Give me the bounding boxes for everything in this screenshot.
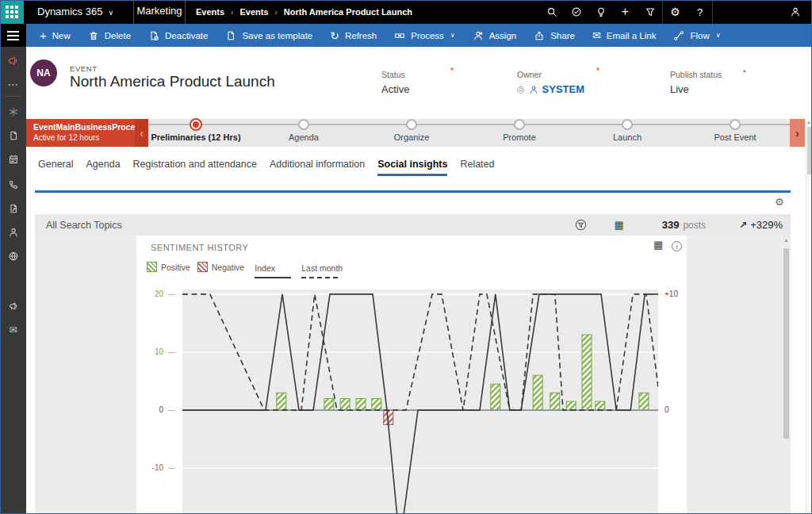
assign-icon — [473, 30, 484, 41]
command-process[interactable]: Process∨ — [385, 24, 463, 47]
check-circle-icon[interactable] — [564, 0, 588, 24]
search-icon[interactable] — [539, 0, 564, 24]
form-tabs: GeneralAgendaRegistration and attendance… — [38, 159, 495, 176]
process-icon — [394, 30, 405, 41]
bpf-stage-circle-2[interactable] — [298, 119, 309, 130]
command-deactivate[interactable]: Deactivate — [140, 24, 216, 47]
red-hatch-swatch — [197, 262, 208, 272]
command-delete[interactable]: Delete — [79, 24, 140, 47]
bpf-process-box[interactable]: EventMainBusinessProce... Active for 12 … — [26, 119, 135, 147]
command-new[interactable]: +New — [31, 24, 79, 47]
filter-icon[interactable] — [638, 0, 662, 24]
command-label: Assign — [489, 31, 517, 40]
chart-info-icon[interactable]: i — [672, 241, 682, 251]
command-save-as-template[interactable]: Save as template — [216, 24, 321, 47]
sidebar-marketing-app-icon[interactable] — [0, 53, 26, 67]
chevron-down-icon: ∨ — [716, 32, 721, 39]
bpf-stage-label[interactable]: Preliminaries (12 Hrs) — [151, 132, 240, 142]
sidebar-article-page-icon[interactable] — [0, 128, 26, 143]
panel-scrollbar[interactable]: ▲ — [783, 238, 790, 512]
bpf-stage-circle-1[interactable] — [190, 118, 202, 131]
app-launcher-waffle-icon[interactable] — [0, 0, 24, 24]
tab-agenda[interactable]: Agenda — [86, 159, 120, 174]
breadcrumb-item[interactable]: North America Product Launch — [284, 7, 412, 17]
top-navigation-bar: Dynamics 365∨ Marketing Events›Events›No… — [0, 0, 812, 24]
tab-additional-information[interactable]: Additional information — [270, 159, 365, 174]
page-icon — [225, 30, 236, 41]
product-switcher[interactable]: Dynamics 365∨ — [37, 0, 113, 24]
command-refresh[interactable]: ↻Refresh — [321, 24, 385, 47]
bpf-chevron-right-icon[interactable]: › — [790, 119, 805, 147]
command-share[interactable]: Share — [525, 24, 584, 47]
required-asterisk: * — [596, 67, 599, 75]
breadcrumb-item[interactable]: Events — [239, 7, 268, 17]
help-icon[interactable]: ? — [688, 0, 712, 24]
bpf-stage-label[interactable]: Launch — [613, 132, 642, 142]
filter-circle-icon[interactable] — [575, 219, 587, 231]
topbar-icons: +⚙? — [539, 0, 812, 24]
chart-title: SENTIMENT HISTORY — [151, 243, 248, 252]
bpf-process-name: EventMainBusinessProce... — [33, 122, 135, 132]
bpf-stage-track: Preliminaries (12 Hrs)AgendaOrganizeProm… — [148, 119, 790, 147]
breadcrumb-item[interactable]: Events — [196, 7, 224, 17]
sidebar-phone-icon[interactable] — [0, 178, 26, 192]
bpf-stage-label[interactable]: Post Event — [714, 132, 756, 142]
sidebar-nav: ⋯✉ — [0, 47, 26, 514]
command-label: Process — [411, 31, 444, 40]
y-axis-tick-label: 20 — [136, 290, 163, 298]
app-name[interactable]: Marketing — [133, 0, 186, 24]
sidebar-export-page-icon[interactable] — [0, 201, 26, 216]
command-assign[interactable]: Assign — [464, 24, 526, 47]
field-label: Status — [381, 70, 405, 79]
bpf-stage-label[interactable]: Agenda — [289, 132, 319, 142]
tab-general[interactable]: General — [38, 159, 73, 174]
bpf-stage-circle-5[interactable] — [622, 119, 633, 130]
sidebar-email-envelope-icon[interactable]: ✉ — [0, 323, 26, 337]
bpf-stage-circle-3[interactable] — [406, 119, 417, 130]
bpf-chevron-left-icon[interactable]: ‹ — [135, 119, 148, 147]
chart-table-view-icon[interactable]: ▦ — [653, 240, 663, 250]
y-axis-tick-mark — [168, 352, 175, 353]
bpf-stage-label[interactable]: Organize — [394, 132, 430, 142]
widget-gear-icon[interactable]: ⚙ — [775, 197, 784, 207]
posts-unit: posts — [683, 220, 706, 231]
recommended-mark: ٭ — [742, 67, 746, 75]
quick-create-plus-icon[interactable]: + — [613, 0, 638, 24]
sidebar-announcement-icon[interactable] — [0, 299, 26, 313]
page-scrollbar[interactable]: ▲ — [806, 119, 811, 513]
sidebar-more-ellipsis-icon[interactable]: ⋯ — [0, 77, 26, 91]
entity-type-label: EVENT — [70, 64, 98, 73]
sidebar-calendar-icon[interactable] — [0, 152, 26, 167]
bpf-stage-label[interactable]: Promote — [503, 132, 536, 142]
command-flow[interactable]: Flow∨ — [665, 24, 729, 47]
legend-label: Positive — [161, 263, 190, 272]
command-email-a-link[interactable]: ✉Email a Link — [584, 24, 665, 47]
tab-related[interactable]: Related — [460, 159, 494, 174]
posts-count: 339 — [662, 219, 680, 231]
social-panel-stats: ▦ 339 posts ↗ +329% — [575, 219, 783, 231]
tab-registration-and-attendance[interactable]: Registration and attendance — [133, 159, 257, 174]
chevron-down-icon: ∨ — [108, 9, 113, 17]
record-avatar: NA — [30, 59, 57, 86]
owner-link[interactable]: SYSTEM — [542, 83, 584, 95]
field-value: Active — [381, 83, 409, 95]
user-profile-icon[interactable] — [783, 0, 807, 24]
field-value[interactable]: ◎SYSTEM — [517, 83, 584, 95]
tab-social-insights[interactable]: Social insights — [377, 159, 447, 176]
sidebar-web-globe-icon[interactable] — [0, 249, 26, 263]
lightbulb-icon[interactable] — [588, 0, 613, 24]
command-label: Email a Link — [607, 31, 657, 40]
bpf-stage-circle-4[interactable] — [514, 119, 525, 130]
command-label: Delete — [105, 31, 131, 40]
field-value: Live — [670, 83, 689, 95]
person-icon — [529, 85, 538, 94]
sidebar-contact-icon[interactable] — [0, 225, 26, 240]
sidebar-recent-record-icon[interactable] — [0, 105, 26, 119]
settings-gear-icon[interactable]: ⚙ — [663, 0, 688, 24]
hamburger-menu-icon[interactable] — [0, 24, 26, 47]
command-label: Deactivate — [165, 31, 208, 40]
table-grid-icon[interactable]: ▦ — [614, 220, 623, 230]
bpf-stage-circle-6[interactable] — [730, 119, 741, 130]
refresh-icon: ↻ — [330, 30, 339, 41]
y-axis-tick-label: 0 — [136, 405, 163, 414]
